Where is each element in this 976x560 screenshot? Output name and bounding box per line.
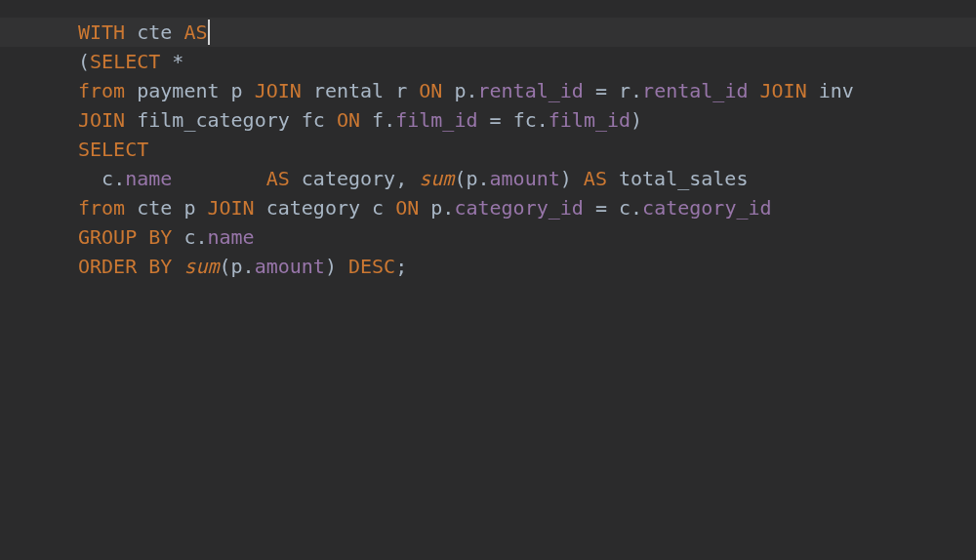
column-film-id: film_id	[549, 108, 630, 132]
alias-c: c	[102, 167, 113, 190]
paren-close: )	[325, 255, 337, 278]
text-cursor	[208, 20, 210, 45]
keyword-join: JOIN	[78, 108, 125, 132]
keyword-join: JOIN	[255, 79, 302, 102]
keyword-on: ON	[419, 79, 442, 102]
code-editor[interactable]: WITH cte AS(SELECT *from payment p JOIN …	[0, 0, 976, 560]
code-line: from payment p JOIN rental r ON p.rental…	[78, 76, 976, 105]
dot: .	[630, 79, 642, 102]
keyword-with: WITH	[78, 20, 125, 44]
alias-p: p	[231, 79, 243, 102]
code-line: GROUP BY c.name	[78, 222, 976, 252]
table-inv-truncated: inv	[819, 79, 854, 102]
column-film-id: film_id	[395, 108, 477, 132]
paren-open: (	[78, 50, 90, 73]
keyword-select: SELECT	[90, 50, 160, 73]
alias-c: c	[619, 196, 630, 220]
dot: .	[195, 225, 207, 249]
alias-p: p	[454, 79, 466, 102]
code-line: SELECT	[78, 135, 976, 164]
semicolon: ;	[395, 255, 407, 278]
code-line: JOIN film_category fc ON f.film_id = fc.…	[78, 105, 976, 135]
dot: .	[113, 167, 125, 190]
dot: .	[243, 255, 255, 278]
alias-p: p	[466, 167, 477, 190]
keyword-as: AS	[584, 167, 607, 190]
keyword-desc: DESC	[348, 255, 395, 278]
alias-p: p	[231, 255, 243, 278]
column-rental-id: rental_id	[478, 79, 584, 102]
keyword-as: AS	[183, 20, 207, 44]
alias-fc: fc	[302, 108, 325, 132]
operator-equals: =	[595, 79, 607, 102]
keyword-order-by: ORDER BY	[78, 255, 172, 278]
alias-p: p	[430, 196, 442, 220]
dot: .	[477, 167, 489, 190]
dot: .	[466, 79, 477, 102]
keyword-group-by: GROUP BY	[78, 225, 172, 249]
dot: .	[384, 108, 395, 132]
alias-category: category	[302, 167, 395, 190]
alias-f: f	[372, 108, 384, 132]
comma: ,	[395, 167, 407, 190]
code-line: c.name AS category, sum(p.amount) AS tot…	[78, 164, 976, 193]
paren-close: )	[630, 108, 642, 132]
table-cte: cte	[137, 196, 172, 220]
alias-total-sales: total_sales	[619, 167, 748, 190]
dot: .	[630, 196, 642, 220]
column-name: name	[125, 167, 172, 190]
table-payment: payment	[137, 79, 219, 102]
operator-equals: =	[595, 196, 607, 220]
paren-open: (	[220, 255, 231, 278]
keyword-join: JOIN	[760, 79, 807, 102]
code-area[interactable]: WITH cte AS(SELECT *from payment p JOIN …	[0, 0, 976, 281]
column-amount: amount	[490, 167, 560, 190]
table-film-category: film_category	[137, 108, 290, 132]
table-category: category	[266, 196, 360, 220]
operator-equals: =	[490, 108, 502, 132]
identifier-cte: cte	[137, 20, 172, 44]
alias-r: r	[619, 79, 630, 102]
code-line: from cte p JOIN category c ON p.category…	[78, 193, 976, 222]
code-line: (SELECT *	[78, 47, 976, 76]
keyword-on: ON	[337, 108, 360, 132]
keyword-on: ON	[395, 196, 419, 220]
star: *	[172, 50, 183, 73]
alias-p: p	[183, 196, 195, 220]
alias-c: c	[372, 196, 384, 220]
alias-c: c	[183, 225, 195, 249]
paren-open: (	[454, 167, 466, 190]
alias-fc: fc	[513, 108, 537, 132]
column-amount: amount	[255, 255, 325, 278]
code-line: WITH cte AS	[78, 18, 976, 47]
column-rental-id: rental_id	[642, 79, 748, 102]
paren-close: )	[560, 167, 572, 190]
dot: .	[442, 196, 454, 220]
keyword-join: JOIN	[207, 196, 254, 220]
column-category-id: category_id	[454, 196, 583, 220]
keyword-from: from	[78, 79, 125, 102]
keyword-from: from	[78, 196, 125, 220]
function-sum: sum	[183, 255, 219, 278]
column-name: name	[207, 225, 254, 249]
function-sum: sum	[419, 167, 454, 190]
alias-r: r	[395, 79, 407, 102]
column-category-id: category_id	[642, 196, 771, 220]
code-line: ORDER BY sum(p.amount) DESC;	[78, 252, 976, 281]
table-rental: rental	[313, 79, 384, 102]
dot: .	[537, 108, 549, 132]
keyword-as: AS	[266, 167, 290, 190]
keyword-select: SELECT	[78, 138, 148, 161]
